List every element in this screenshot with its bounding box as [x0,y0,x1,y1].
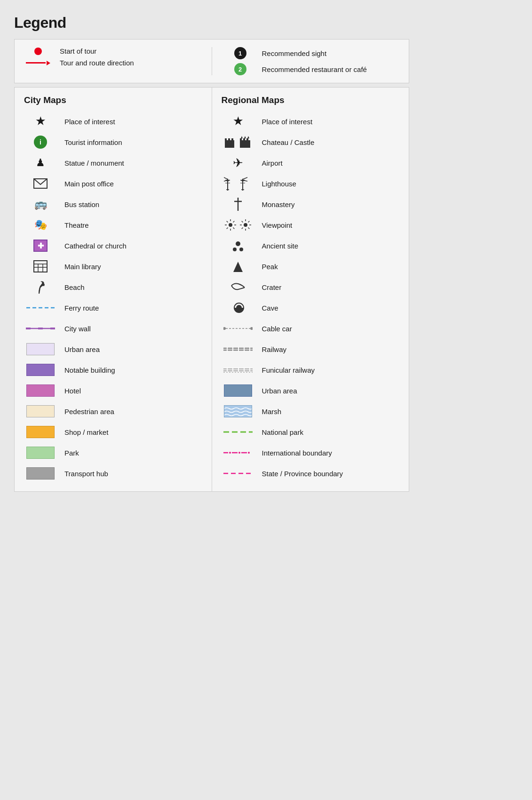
shop-market-icon [24,426,57,438]
recommended-restaurant-row: 2 Recommended restaurant or café [226,63,400,75]
tour-route-label: Tour and route direction [60,59,134,67]
start-tour-label: Start of tour [60,47,96,55]
peak-icon [222,260,254,273]
recommended-sight-row: 1 Recommended sight [226,47,400,59]
red-arrow-icon [26,61,50,65]
ancient-site-icon [222,239,254,252]
svg-rect-20 [246,138,248,142]
main-sections: City Maps ★ Place of interest i Tourist … [14,87,409,492]
list-item: 🎭 Theatre [24,215,202,235]
marsh-icon [222,405,254,417]
bus-icon: 🚌 [24,198,57,210]
theatre-icon: 🎭 [24,219,57,231]
list-item: Hotel [24,380,202,401]
urban-area-city-box [26,343,55,355]
monastery-label: Monastery [262,200,295,208]
ancient-site-label: Ancient site [262,242,299,250]
peak-label: Peak [262,263,278,271]
city-wall-svg [26,326,55,331]
svg-rect-24 [242,143,246,148]
svg-point-50 [244,223,247,227]
svg-point-67 [250,327,253,330]
list-item: National park [222,422,400,442]
top-right: 1 Recommended sight 2 Recommended restau… [226,47,400,75]
regional-maps-title: Regional Maps [222,95,400,105]
list-item: Ferry route [24,297,202,318]
list-item: Park [24,442,202,463]
state-boundary-label: State / Province boundary [262,470,343,478]
chateau-svg [224,136,252,149]
library-svg [33,260,48,272]
list-item: Ancient site [222,235,400,256]
ferry-dashes-svg [26,306,55,310]
list-item: Transport hub [24,463,202,484]
theatre-label: Theatre [64,221,89,229]
list-item: Viewpoint [222,215,400,235]
list-item: State / Province boundary [222,463,400,484]
church-box-icon: ✚ [33,240,48,252]
hotel-box [26,384,55,397]
urban-area-city-icon [24,343,57,355]
info-circle-icon: i [34,136,47,149]
funicular-svg [223,367,253,373]
railway-icon [222,346,254,352]
chateau-icon [222,136,254,149]
svg-line-57 [248,221,249,223]
transport-box [26,467,55,480]
cable-car-svg [223,325,253,332]
list-item: International boundary [222,442,400,463]
svg-rect-16 [227,143,230,148]
svg-rect-19 [243,138,245,142]
svg-rect-8 [38,328,43,329]
intl-boundary-svg [223,451,253,455]
church-icon: ✚ [24,240,57,252]
svg-point-59 [236,241,240,246]
shop-box [26,426,55,438]
svg-point-60 [233,248,237,251]
list-item: Main post office [24,173,202,194]
svg-rect-18 [240,138,242,142]
hotel-icon [24,384,57,397]
envelope-svg [33,178,48,189]
pedestrian-box [26,405,55,417]
lighthouse-label: Lighthouse [262,180,296,188]
monastery-icon [222,198,254,211]
svg-marker-22 [244,136,246,138]
cave-icon [222,301,254,314]
notable-building-box [26,364,55,376]
start-tour-row: Start of tour [24,47,198,55]
ferry-route-label: Ferry route [64,304,99,312]
natpark-svg [223,430,253,434]
list-item: Urban area [222,380,400,401]
chateau-label: Chateau / Castle [262,138,315,146]
svg-rect-13 [225,138,227,142]
list-item: Pedestrian area [24,401,202,422]
viewpoint-svg [224,218,252,232]
list-item: Shop / market [24,422,202,442]
lighthouse-svg [224,176,252,191]
list-item: Beach [24,277,202,297]
monastery-svg [233,198,243,211]
svg-point-90 [248,452,250,454]
place-of-interest-city-label: Place of interest [64,118,115,126]
state-boundary-icon [222,472,254,475]
bus-label: Bus station [64,200,99,208]
list-item: ♟ Statue / monument [24,152,202,173]
post-office-label: Main post office [64,180,114,188]
svg-rect-11 [50,328,55,329]
city-wall-icon [24,326,57,331]
svg-rect-1 [34,261,47,272]
post-office-icon [24,178,57,189]
svg-line-30 [224,177,228,179]
list-item: Funicular railway [222,360,400,380]
list-item: ✚ Cathedral or church [24,235,202,256]
transport-hub-label: Transport hub [64,470,108,478]
crater-svg [230,282,246,292]
legend-title: Legend [14,14,409,32]
svg-marker-21 [241,136,243,138]
svg-point-64 [236,305,242,311]
urban-area-city-label: Urban area [64,345,100,353]
cable-car-icon [222,325,254,332]
svg-marker-23 [247,136,249,138]
list-item: Peak [222,256,400,277]
